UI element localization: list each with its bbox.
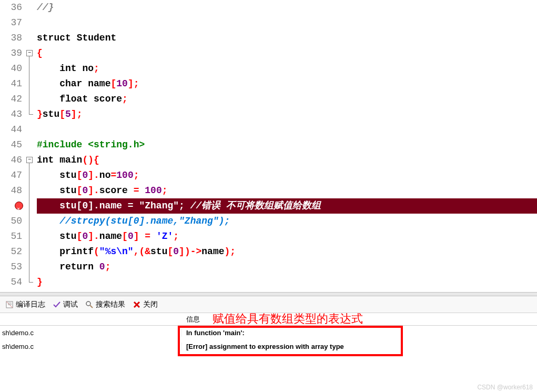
- line-number: 53: [0, 259, 24, 275]
- line-number: 37: [0, 15, 24, 31]
- result-file: sh\demo.c: [0, 329, 182, 337]
- code-line[interactable]: stu[0].name[0] = 'Z';: [37, 229, 537, 244]
- code-line[interactable]: //strcpy(stu[0].name,"Zhang");: [37, 214, 537, 229]
- fold-column[interactable]: −−: [24, 0, 37, 292]
- annotation-text: 赋值给具有数组类型的表达式: [212, 313, 363, 327]
- line-number: 54: [0, 275, 24, 290]
- code-line[interactable]: //}: [37, 0, 537, 15]
- line-number: 39: [0, 46, 24, 61]
- line-number: 42: [0, 92, 24, 107]
- line-number: 36: [0, 0, 24, 15]
- code-area[interactable]: //}struct Student{ int no; char name[10]…: [37, 0, 537, 292]
- check-icon: [53, 300, 61, 309]
- line-number: 43: [0, 107, 24, 122]
- code-line[interactable]: [37, 122, 537, 137]
- line-number: 40: [0, 61, 24, 76]
- search-icon: [85, 300, 94, 309]
- debug-tab[interactable]: 调试: [49, 299, 81, 310]
- close-icon: [133, 300, 141, 309]
- line-number: 41: [0, 76, 24, 92]
- code-line[interactable]: struct Student: [37, 31, 537, 46]
- fold-toggle-icon[interactable]: −: [26, 157, 33, 163]
- code-line[interactable]: #include <string.h>: [37, 137, 537, 153]
- line-number: 52: [0, 244, 24, 259]
- code-line[interactable]: char name[10];: [37, 76, 537, 92]
- code-editor[interactable]: 3637383940414243444546474845051525354 −−…: [0, 0, 537, 292]
- results-panel[interactable]: 信息 sh\demo.cIn function 'main':sh\demo.c…: [0, 313, 537, 392]
- line-number: 45: [0, 137, 24, 153]
- fold-toggle-icon[interactable]: −: [26, 50, 33, 56]
- code-line[interactable]: stu[0].score = 100;: [37, 183, 537, 198]
- watermark: CSDN @worker618: [477, 384, 533, 391]
- code-line[interactable]: return 0;: [37, 259, 537, 275]
- message-header-label: 信息: [186, 315, 200, 323]
- code-line[interactable]: float score;: [37, 92, 537, 107]
- code-line[interactable]: stu[0].no=100;: [37, 168, 537, 183]
- line-number: 51: [0, 229, 24, 244]
- line-number: 4: [0, 198, 24, 214]
- line-number: 48: [0, 183, 24, 198]
- code-line[interactable]: int main(){: [37, 153, 537, 168]
- compile-log-label: 编译日志: [16, 300, 45, 309]
- compile-log-tab[interactable]: 编译日志: [2, 299, 48, 310]
- annotation-box: [178, 326, 403, 356]
- svg-point-4: [86, 301, 90, 306]
- close-tab[interactable]: 关闭: [129, 299, 161, 310]
- line-number: 44: [0, 122, 24, 137]
- line-number-gutter: 3637383940414243444546474845051525354: [0, 0, 24, 292]
- line-number: 38: [0, 31, 24, 46]
- line-number: 46: [0, 153, 24, 168]
- line-number: 47: [0, 168, 24, 183]
- error-marker-icon: [15, 202, 23, 210]
- code-line[interactable]: stu[0].name = "Zhang"; //错误 不可将数组赋值给数组: [37, 198, 537, 214]
- notebook-icon: [5, 300, 14, 309]
- debug-label: 调试: [63, 300, 78, 309]
- close-label: 关闭: [143, 300, 158, 309]
- code-line[interactable]: }: [37, 275, 537, 290]
- result-file: sh\demo.c: [0, 343, 182, 350]
- code-line[interactable]: printf("%s\n",(&stu[0])->name);: [37, 244, 537, 259]
- search-label: 搜索结果: [96, 300, 125, 309]
- svg-line-5: [90, 305, 93, 308]
- code-line[interactable]: int no;: [37, 61, 537, 76]
- code-line[interactable]: }stu[5];: [37, 107, 537, 122]
- code-line[interactable]: {: [37, 46, 537, 61]
- splitter[interactable]: [0, 292, 537, 296]
- line-number: 50: [0, 214, 24, 229]
- bottom-toolbar: 编译日志 调试 搜索结果 关闭: [0, 296, 537, 313]
- code-line[interactable]: [37, 15, 537, 31]
- search-results-tab[interactable]: 搜索结果: [82, 299, 128, 310]
